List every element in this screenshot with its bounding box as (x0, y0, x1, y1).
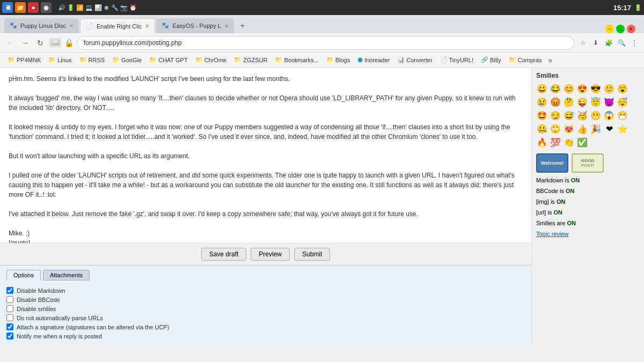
smiley-16[interactable]: 😏 (550, 109, 561, 121)
new-tab-button[interactable]: + (235, 18, 250, 33)
bookmark-linux[interactable]: 📁 Linux (45, 55, 75, 64)
good-post-badge[interactable]: GOOD POST! (572, 153, 604, 173)
url-value: ON (553, 209, 562, 216)
taskbar-icon-2[interactable]: 📁 (15, 2, 26, 13)
smiley-30[interactable]: 💯 (550, 136, 561, 148)
smiley-31[interactable]: 👏 (563, 136, 575, 148)
preview-button[interactable]: Preview (251, 248, 290, 261)
topic-review-link[interactable]: Topic review (536, 231, 640, 237)
address-input[interactable] (77, 36, 574, 50)
submit-button[interactable]: Submit (294, 248, 330, 261)
bookmarks-more[interactable]: » (546, 56, 554, 64)
good-post-label2: POST! (581, 163, 594, 168)
smiley-15[interactable]: 🤩 (536, 109, 548, 121)
smiley-8[interactable]: 😢 (536, 96, 548, 108)
bookmark-icon[interactable]: ☆ (577, 38, 588, 48)
bookmark-inoreader[interactable]: ◉ Inoreader (354, 55, 393, 64)
tab-favicon-2: 📄 (86, 23, 93, 30)
back-button[interactable]: ← (4, 37, 16, 49)
tabs-bar: 🐾 Puppy Linux Disc ✕ 📄 Enable Right Clic… (0, 15, 644, 33)
window-close[interactable]: ✕ (627, 25, 635, 33)
bm-label-3: RRSS (89, 57, 105, 63)
smiley-3[interactable]: 😊 (563, 83, 575, 94)
welcome-badge[interactable]: Welcome! (536, 153, 568, 173)
bookmark-chrome[interactable]: 📁 ChrOme (192, 55, 230, 64)
checkbox-disable-markdown[interactable] (6, 287, 13, 294)
bookmark-bookmarks[interactable]: 📁 Bookmarks... (272, 55, 321, 64)
forward-button[interactable]: → (19, 37, 31, 49)
smiley-21[interactable]: 😷 (617, 109, 628, 121)
tab-close-3[interactable]: ✕ (224, 23, 229, 29)
window-minimize[interactable]: − (605, 25, 614, 33)
tab-close-1[interactable]: ✕ (69, 23, 74, 29)
checkbox-disable-smilies[interactable] (6, 305, 13, 312)
save-draft-button[interactable]: Save draft (201, 248, 247, 261)
tab-attachments[interactable]: Attachments (43, 270, 90, 280)
smiley-26[interactable]: 🎉 (590, 123, 602, 135)
reader-mode-button[interactable]: 📖 (49, 38, 61, 47)
smiley-20[interactable]: 😱 (603, 109, 615, 121)
smiley-19[interactable]: 😬 (590, 109, 602, 121)
bookmark-compras[interactable]: 📁 Compras (506, 55, 545, 64)
smiley-9[interactable]: 😡 (550, 96, 561, 108)
checkbox-no-parse-urls[interactable] (6, 314, 13, 321)
smiley-5[interactable]: 😎 (590, 83, 602, 94)
smiley-10[interactable]: 🤔 (563, 96, 575, 108)
reload-button[interactable]: ↻ (34, 37, 46, 49)
smiley-25[interactable]: 👍 (576, 123, 588, 135)
option-disable-bbcode: Disable BBCode (6, 295, 525, 304)
bookmark-bitly[interactable]: 🔗 Bitly (478, 55, 504, 64)
tab-easyos[interactable]: 🐾 EasyOS - Puppy L ✕ (156, 18, 234, 33)
smiley-13[interactable]: 😈 (603, 96, 615, 108)
checkbox-notify-reply[interactable] (6, 333, 13, 339)
label-disable-markdown: Disable Markdown (17, 287, 65, 294)
smiley-24[interactable]: 😻 (563, 123, 575, 135)
bookmark-zgzsur[interactable]: 📁 ZGZSUR (231, 55, 270, 64)
smiley-2[interactable]: 😂 (550, 83, 561, 94)
checkbox-attach-signature[interactable] (6, 323, 13, 330)
bookmark-chatgpt[interactable]: 📁 CHAT GPT (146, 55, 191, 64)
post-textarea[interactable]: pHm.hm. Seems it's linked to the modifie… (0, 68, 531, 243)
smiley-17[interactable]: 😅 (563, 109, 575, 121)
label-notify-reply: Notify me when a reply is posted (17, 333, 102, 339)
smiley-32[interactable]: ✅ (576, 136, 588, 148)
tab-options[interactable]: Options (6, 270, 41, 280)
smiley-28[interactable]: ⭐ (617, 123, 628, 135)
bm-label-1: PP4MNK (17, 57, 41, 63)
main-content: pHm.hm. Seems it's linked to the modifie… (0, 68, 644, 347)
bookmark-google[interactable]: 📁 GooGle (109, 55, 145, 64)
bookmark-tinyurl[interactable]: 📄 TinyURL! (437, 55, 477, 64)
taskbar-icon-1[interactable]: 🖥 (2, 2, 13, 13)
smiley-1[interactable]: 😀 (536, 83, 548, 94)
smiley-29[interactable]: 🔥 (536, 136, 548, 148)
bookmark-rrss[interactable]: 📁 RRSS (76, 55, 108, 64)
smiley-27[interactable]: ❤ (603, 123, 615, 135)
bookmark-converter[interactable]: 📊 Converter (394, 55, 435, 64)
window-maximize[interactable]: □ (616, 25, 625, 33)
tab-close-2[interactable]: ✕ (145, 23, 149, 29)
taskbar-icon-3[interactable]: ● (28, 2, 39, 13)
editor-scroll[interactable]: pHm.hm. Seems it's linked to the modifie… (0, 68, 531, 243)
tab-puppylinux[interactable]: 🐾 Puppy Linux Disc ✕ (4, 18, 79, 33)
smiley-6[interactable]: 🙂 (603, 83, 615, 94)
smiley-14[interactable]: 😴 (617, 96, 628, 108)
extensions-icon[interactable]: 🧩 (603, 38, 614, 48)
bookmark-pp4mnk[interactable]: 📁 PP4MNK (4, 55, 44, 64)
smiley-11[interactable]: 😜 (576, 96, 588, 108)
smiley-23[interactable]: 🙄 (550, 123, 561, 135)
smiley-18[interactable]: 🥳 (576, 109, 588, 121)
menu-icon[interactable]: ⋮ (629, 38, 640, 48)
checkbox-disable-bbcode[interactable] (6, 296, 13, 303)
smiley-12[interactable]: 😇 (590, 96, 602, 108)
bm-label-4: GooGle (121, 57, 142, 63)
smiley-22[interactable]: 🤐 (536, 123, 548, 135)
taskbar-info: 🔊 🔋 📶 💻 📊 ⏺ 🔧 📷 ⏰ (58, 4, 137, 11)
markdown-label: Markdown is (536, 177, 571, 183)
taskbar-icon-4[interactable]: ◉ (41, 2, 52, 13)
search-icon[interactable]: 🔍 (616, 38, 627, 48)
bookmark-blogs[interactable]: 📁 Blogs (323, 55, 354, 64)
tab-enable-right-click[interactable]: 📄 Enable Right Clic ✕ (80, 18, 155, 33)
smiley-4[interactable]: 😍 (576, 83, 588, 94)
smiley-7[interactable]: 😮 (617, 83, 628, 94)
download-icon[interactable]: ⬇ (590, 38, 601, 48)
